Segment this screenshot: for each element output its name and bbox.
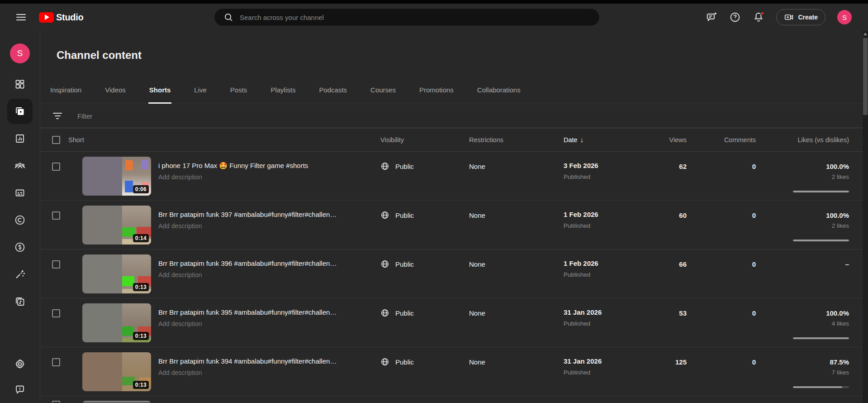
tab-posts[interactable]: Posts [229,84,248,104]
visibility-cell[interactable]: Public [380,162,414,171]
short-thumbnail[interactable] [82,401,151,403]
create-label: Create [798,14,818,21]
visibility-cell[interactable]: Public [380,211,414,220]
row-checkbox[interactable] [52,358,60,366]
create-button[interactable]: Create [776,9,825,25]
channel-avatar[interactable]: S [10,43,30,63]
short-row: 0:06 i phone 17 Pro Max 🤩 Funny Filter g… [40,152,863,201]
tab-podcasts[interactable]: Podcasts [318,84,348,104]
views-cell: 62 [679,163,687,170]
help-icon[interactable] [729,11,741,23]
analytics-icon [14,133,25,144]
column-date-sorted[interactable]: Date↓ [564,128,583,152]
studio-logo[interactable]: Studio [39,12,83,23]
globe-public-icon [380,211,389,220]
menu-hamburger-button[interactable] [16,12,27,23]
tab-playlists[interactable]: Playlists [270,84,296,104]
sidebar-item-subtitles[interactable] [7,179,33,206]
add-description-link[interactable]: Add description [158,222,202,230]
column-short: Short [68,128,84,152]
send-feedback-icon[interactable] [706,11,717,23]
short-row: 0:13 Brr Brr patapim funk 395 #ambalabu#… [40,298,863,347]
sidebar-item-audio-library[interactable] [7,288,33,315]
page-title: Channel content [57,49,863,62]
visibility-cell[interactable]: Public [380,259,414,269]
short-thumbnail[interactable]: 0:13 [82,254,151,293]
likes-percent: 87.5% [830,358,849,366]
channel-content-page: Channel content Inspiration Videos Short… [40,31,863,403]
views-cell: 125 [675,358,687,366]
tab-live[interactable]: Live [193,84,208,104]
views-cell: 53 [679,309,687,317]
visibility-cell[interactable]: Public [380,308,414,317]
youtube-studio-window: Studio [0,0,868,403]
vertical-scrollbar[interactable] [863,31,868,403]
comments-cell: 0 [752,211,756,219]
views-cell: 66 [679,260,687,268]
add-description-link[interactable]: Add description [158,369,202,376]
row-checkbox[interactable] [52,401,60,403]
sidebar-item-community[interactable] [7,152,33,179]
short-title[interactable]: i phone 17 Pro Max 🤩 Funny Filter game #… [158,162,308,170]
sidebar-item-dashboard[interactable] [7,71,33,98]
row-checkbox[interactable] [52,211,60,220]
row-checkbox[interactable] [52,260,60,269]
add-description-link[interactable]: Add description [158,271,202,278]
add-description-link[interactable]: Add description [158,173,202,181]
table-header: Short Visibility Restrictions Date↓ View… [40,128,863,152]
audio-library-icon [14,296,25,307]
account-avatar[interactable]: S [837,10,852,24]
date-status: Published [564,369,590,376]
content-tabs: Inspiration Videos Shorts Live Posts Pla… [40,84,863,104]
tab-inspiration[interactable]: Inspiration [49,84,82,104]
sidebar-item-content[interactable] [7,99,33,124]
scrollbar-up-arrow-icon[interactable] [863,33,867,35]
duration-badge: 0:13 [133,332,149,340]
short-thumbnail[interactable]: 0:13 [82,303,151,342]
tab-promotions[interactable]: Promotions [418,84,455,104]
restrictions-cell: None [469,260,485,268]
tab-videos[interactable]: Videos [104,84,127,104]
select-all-checkbox[interactable] [52,136,60,144]
tab-shorts[interactable]: Shorts [148,84,172,104]
short-title[interactable]: Brr Brr patapim funk 396 #ambalabu#funny… [158,259,337,267]
sort-descending-arrow-icon: ↓ [580,136,584,144]
sidebar-item-customization[interactable] [7,261,33,288]
tab-courses[interactable]: Courses [370,84,397,104]
search-bar[interactable] [214,8,600,26]
column-comments: Comments [724,128,756,152]
short-thumbnail[interactable]: 0:13 [82,352,151,391]
short-title[interactable]: Brr Brr patapim funk 394 #ambalabu#funny… [158,357,337,365]
subtitles-icon [14,187,25,198]
duration-badge: 0:06 [133,185,149,193]
column-visibility: Visibility [380,128,404,152]
short-thumbnail[interactable]: 0:06 [82,157,151,196]
likes-percent: 100.0% [826,309,849,317]
sidebar-item-earn[interactable] [7,234,33,261]
short-row: 0:13 Brr Brr patapim funk 394 #ambalabu#… [40,347,863,396]
sidebar-item-settings[interactable] [7,351,33,377]
sidebar-item-analytics[interactable] [7,125,33,152]
comments-cell: 0 [752,260,756,268]
create-video-icon [784,12,794,22]
tab-collaborations[interactable]: Collaborations [476,84,522,104]
add-description-link[interactable]: Add description [158,320,202,327]
sidebar-item-copyright[interactable] [7,206,33,234]
comments-cell: 0 [752,309,756,317]
short-thumbnail[interactable]: 0:14 [82,206,151,245]
scrollbar-thumb[interactable] [863,38,868,115]
comments-cell: 0 [752,163,756,170]
search-icon [223,12,233,22]
notifications-bell-icon[interactable] [753,11,764,23]
customization-wand-icon [14,269,26,280]
short-title[interactable]: Brr Brr patapim funk 397 #ambalabu#funny… [158,211,337,218]
row-checkbox[interactable] [52,163,60,171]
short-title[interactable]: Brr Brr patapim funk 395 #ambalabu#funny… [158,308,337,316]
duration-badge: 0:13 [133,381,149,389]
visibility-cell[interactable]: Public [380,357,414,366]
row-checkbox[interactable] [52,309,60,317]
search-input[interactable] [240,14,556,21]
filter-input[interactable] [77,112,349,120]
youtube-logo-icon [39,12,54,23]
sidebar-item-send-feedback[interactable] [7,377,33,402]
